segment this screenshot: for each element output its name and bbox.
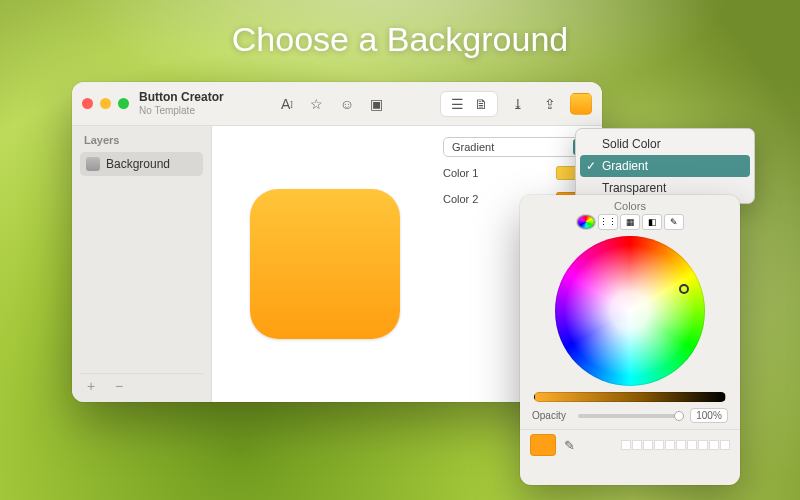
fill-type-select[interactable]: Gradient ▲▼ bbox=[443, 137, 592, 157]
emoji-icon[interactable]: ☺ bbox=[335, 92, 359, 116]
color-image-tab-icon[interactable]: ◧ bbox=[642, 214, 662, 230]
export-icon[interactable]: ⤓ bbox=[506, 92, 530, 116]
color-picker-window: Colors ⋮⋮ ▦ ◧ ✎ Opacity 100% ✎ bbox=[520, 195, 740, 485]
sidebar-footer: + − bbox=[80, 373, 203, 396]
add-layer-button[interactable]: + bbox=[82, 378, 100, 394]
opacity-value-field[interactable]: 100% bbox=[690, 408, 728, 423]
preview-area bbox=[212, 126, 437, 402]
minimize-window-button[interactable] bbox=[100, 98, 111, 109]
button-preview[interactable] bbox=[250, 189, 400, 339]
window-title: Button Creator bbox=[139, 91, 224, 104]
hero-title: Choose a Background bbox=[0, 20, 800, 59]
color-swatch-wells[interactable] bbox=[621, 440, 730, 450]
window-subtitle: No Template bbox=[139, 105, 224, 116]
eyedropper-icon[interactable]: ✎ bbox=[564, 438, 575, 453]
layers-sidebar: Layers Background + − bbox=[72, 126, 212, 402]
color-picker-tabs: ⋮⋮ ▦ ◧ ✎ bbox=[520, 214, 740, 236]
image-icon[interactable]: ▣ bbox=[365, 92, 389, 116]
toolbar-center: A] ☆ ☺ ▣ bbox=[224, 92, 440, 116]
color-palettes-tab-icon[interactable]: ▦ bbox=[620, 214, 640, 230]
layers-heading: Layers bbox=[80, 134, 203, 146]
current-color-swatch[interactable] bbox=[570, 93, 592, 115]
menu-item-solid-color[interactable]: Solid Color bbox=[580, 133, 750, 155]
opacity-slider[interactable] bbox=[578, 414, 684, 418]
menu-item-gradient[interactable]: Gradient bbox=[580, 155, 750, 177]
layer-thumbnail-icon bbox=[86, 157, 100, 171]
share-icon[interactable]: ⇪ bbox=[538, 92, 562, 116]
window-controls bbox=[82, 98, 129, 109]
favorite-icon[interactable]: ☆ bbox=[305, 92, 329, 116]
layer-row-background[interactable]: Background bbox=[80, 152, 203, 176]
color-wheel-cursor-icon[interactable] bbox=[679, 284, 689, 294]
title-block: Button Creator No Template bbox=[139, 91, 224, 115]
color2-label: Color 2 bbox=[443, 193, 491, 205]
toolbar-pill: ☰ 🗎 bbox=[440, 91, 498, 117]
close-window-button[interactable] bbox=[82, 98, 93, 109]
opacity-label: Opacity bbox=[532, 410, 572, 421]
color1-label: Color 1 bbox=[443, 167, 491, 179]
zoom-window-button[interactable] bbox=[118, 98, 129, 109]
opacity-slider-thumb[interactable] bbox=[674, 411, 684, 421]
layers-icon[interactable]: ☰ bbox=[445, 92, 469, 116]
color-picker-footer: ✎ bbox=[520, 429, 740, 464]
remove-layer-button[interactable]: − bbox=[110, 378, 128, 394]
fill-type-menu: Solid Color Gradient Transparent bbox=[575, 128, 755, 204]
titlebar: Button Creator No Template A] ☆ ☺ ▣ ☰ 🗎 … bbox=[72, 82, 602, 126]
text-style-icon[interactable]: A] bbox=[275, 92, 299, 116]
current-color-well[interactable] bbox=[530, 434, 556, 456]
fill-type-value: Gradient bbox=[452, 141, 494, 153]
color-pencils-tab-icon[interactable]: ✎ bbox=[664, 214, 684, 230]
color-picker-title: Colors bbox=[520, 195, 740, 214]
brightness-slider[interactable] bbox=[534, 392, 726, 402]
layer-label: Background bbox=[106, 157, 170, 171]
color-sliders-tab-icon[interactable]: ⋮⋮ bbox=[598, 214, 618, 230]
toolbar-right: ☰ 🗎 ⤓ ⇪ bbox=[440, 91, 592, 117]
color-wheel[interactable] bbox=[555, 236, 705, 386]
document-icon[interactable]: 🗎 bbox=[469, 92, 493, 116]
color-wheel-tab-icon[interactable] bbox=[576, 214, 596, 230]
